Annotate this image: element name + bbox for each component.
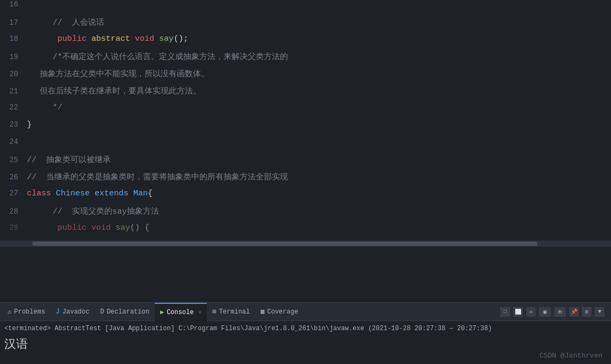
code-line: 24 [0,137,611,155]
tab-coverage-label: Coverage [267,308,298,316]
console-close-button[interactable]: ✕ [198,309,202,316]
bottom-panel: ⚠ Problems J Javadoc D Declaration ▶ Con… [0,302,611,364]
problems-icon: ⚠ [8,308,11,316]
code-line: 18 public abstract void say(); [0,34,611,52]
console-icon: ▶ [160,308,164,316]
tab-coverage[interactable]: ▦ Coverage [255,303,304,321]
pin-action[interactable]: 📌 [569,307,579,317]
coverage-icon: ▦ [261,308,264,316]
code-line: 29 public void say() { [0,223,611,241]
tab-problems-label: Problems [14,308,45,316]
tab-console-label: Console [167,309,193,316]
console-output: 汉语 [4,334,607,354]
code-line: 20 抽象方法在父类中不能实现，所以没有函数体。 [0,69,611,86]
tab-actions: □ ⬜ ✕ ▣ ⊞ 📌 ⚙ ▼ [500,307,609,317]
watermark: CSDN @Janthrven [540,352,602,360]
console-content-area: <terminated> AbstractTest [Java Applicat… [0,321,611,356]
code-line: 21 但在后续子类在继承时，要具体实现此方法。 [0,86,611,103]
code-line: 27 class Chinese extends Man{ [0,189,611,206]
minimize-action[interactable]: □ [500,307,510,317]
console-status: <terminated> AbstractTest [Java Applicat… [4,323,607,334]
code-line: 17 // 人会说话 [0,17,611,34]
code-editor: 16 17 // 人会说话 18 public abstract void sa… [0,0,611,302]
view-menu-action[interactable]: ▣ [539,307,551,317]
code-line: 22 */ [0,103,611,120]
terminal-icon: ⊞ [212,308,216,316]
code-lines: 16 17 // 人会说话 18 public abstract void sa… [0,0,611,241]
tab-javadoc-label: Javadoc [62,308,89,316]
javadoc-icon: J [56,308,60,316]
code-line: 19 /*不确定这个人说什么语言。定义成抽象方法，来解决父类方法的 [0,52,611,69]
tab-bar: ⚠ Problems J Javadoc D Declaration ▶ Con… [0,303,611,321]
declaration-icon: D [100,308,104,316]
code-line: 23 } [0,120,611,137]
open-console-action[interactable]: ⊞ [554,307,566,317]
tab-javadoc[interactable]: J Javadoc [51,303,95,321]
tab-declaration[interactable]: D Declaration [95,303,154,321]
console-panel: <terminated> AbstractTest [Java Applicat… [0,321,611,364]
horizontal-scrollbar[interactable] [0,241,611,247]
scrollbar-thumb[interactable] [32,242,537,246]
more-action[interactable]: ▼ [595,307,605,317]
code-line: 26 // 当继承的父类是抽象类时，需要将抽象类中的所有抽象方法全部实现 [0,172,611,189]
maximize-action[interactable]: ⬜ [513,307,523,317]
code-line: 28 // 实现父类的say抽象方法 [0,206,611,223]
tab-terminal-label: Terminal [219,308,250,316]
code-line: 25 // 抽象类可以被继承 [0,155,611,172]
tab-problems[interactable]: ⚠ Problems [2,303,51,321]
code-line: 16 [0,0,611,17]
settings-action[interactable]: ⚙ [582,307,592,317]
tab-declaration-label: Declaration [107,308,149,316]
tab-terminal[interactable]: ⊞ Terminal [207,303,255,321]
close-action[interactable]: ✕ [526,307,536,317]
tab-console[interactable]: ▶ Console ✕ [155,303,207,321]
